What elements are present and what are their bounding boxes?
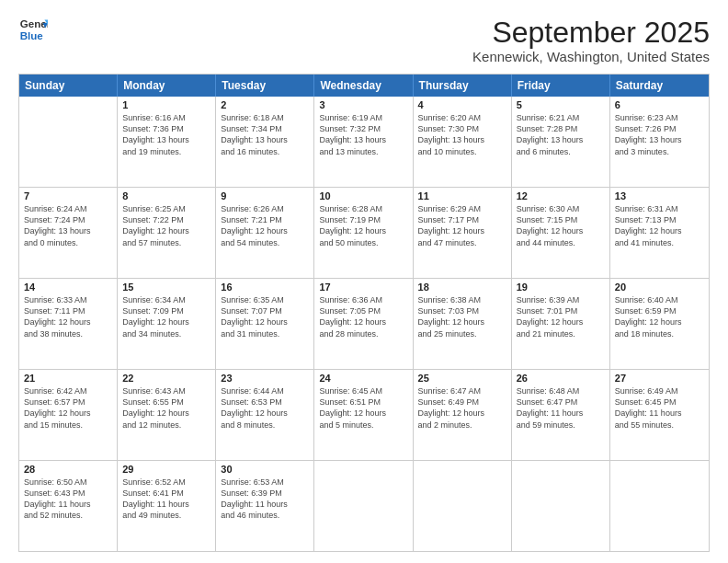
day-number: 20 <box>615 282 704 293</box>
day-number: 15 <box>122 282 210 293</box>
cell-info-text: Sunset: 6:57 PM <box>24 396 112 408</box>
day-number: 22 <box>122 373 210 384</box>
cell-info-text: Daylight: 12 hours <box>122 316 210 327</box>
day-number: 19 <box>517 282 605 293</box>
day-number: 2 <box>221 99 309 110</box>
cell-info-text: and 19 minutes. <box>122 146 210 157</box>
day-cell-14: 14Sunrise: 6:33 AMSunset: 7:11 PMDayligh… <box>19 279 118 369</box>
cell-info-text: Sunset: 6:53 PM <box>221 396 309 408</box>
cell-info-text: and 55 minutes. <box>615 419 704 431</box>
cell-info-text: Daylight: 12 hours <box>221 316 309 327</box>
cell-info-text: Daylight: 13 hours <box>418 134 506 145</box>
cell-info-text: Sunset: 7:17 PM <box>418 214 506 225</box>
cell-info-text: Sunrise: 6:29 AM <box>418 203 506 214</box>
day-number: 25 <box>418 373 506 384</box>
cell-info-text: Sunset: 7:30 PM <box>418 123 506 134</box>
day-cell-30: 30Sunrise: 6:53 AMSunset: 6:39 PMDayligh… <box>216 461 314 551</box>
cell-info-text: and 10 minutes. <box>418 146 506 157</box>
day-number: 30 <box>221 464 309 475</box>
cell-info-text: and 28 minutes. <box>319 328 407 339</box>
day-number: 12 <box>517 190 605 201</box>
cell-info-text: Sunrise: 6:53 AM <box>221 477 309 488</box>
weekday-header-thursday: Thursday <box>414 75 512 97</box>
day-number: 13 <box>615 190 704 201</box>
cell-info-text: Sunset: 6:43 PM <box>24 488 112 499</box>
weekday-header-tuesday: Tuesday <box>216 75 314 97</box>
day-number: 24 <box>319 373 407 384</box>
cell-info-text: Daylight: 12 hours <box>221 408 309 419</box>
day-number: 4 <box>418 99 506 110</box>
day-cell-13: 13Sunrise: 6:31 AMSunset: 7:13 PMDayligh… <box>610 188 709 278</box>
day-cell-15: 15Sunrise: 6:34 AMSunset: 7:09 PMDayligh… <box>118 279 216 369</box>
day-number: 17 <box>319 282 407 293</box>
cell-info-text: Sunrise: 6:42 AM <box>24 385 112 396</box>
cell-info-text: Sunrise: 6:16 AM <box>122 112 210 123</box>
cell-info-text: Sunrise: 6:20 AM <box>418 112 506 123</box>
svg-text:Blue: Blue <box>20 30 44 41</box>
weekday-header-wednesday: Wednesday <box>314 75 413 97</box>
day-cell-24: 24Sunrise: 6:45 AMSunset: 6:51 PMDayligh… <box>314 370 413 460</box>
cell-info-text: and 25 minutes. <box>418 328 506 339</box>
day-cell-3: 3Sunrise: 6:19 AMSunset: 7:32 PMDaylight… <box>314 97 413 187</box>
cell-info-text: Sunset: 6:47 PM <box>517 396 605 408</box>
day-number: 26 <box>517 373 605 384</box>
calendar-body: 1Sunrise: 6:16 AMSunset: 7:36 PMDaylight… <box>19 97 709 551</box>
cell-info-text: Daylight: 13 hours <box>24 225 112 236</box>
cell-info-text: Sunrise: 6:49 AM <box>615 385 704 396</box>
cell-info-text: Daylight: 12 hours <box>122 408 210 419</box>
day-number: 9 <box>221 190 309 201</box>
day-number: 11 <box>418 190 506 201</box>
weekday-header-monday: Monday <box>118 75 216 97</box>
cell-info-text: and 21 minutes. <box>517 328 605 339</box>
cell-info-text: Daylight: 12 hours <box>319 408 407 419</box>
day-cell-22: 22Sunrise: 6:43 AMSunset: 6:55 PMDayligh… <box>118 370 216 460</box>
cell-info-text: Daylight: 12 hours <box>615 225 704 236</box>
calendar-row-4: 21Sunrise: 6:42 AMSunset: 6:57 PMDayligh… <box>19 369 709 460</box>
day-cell-8: 8Sunrise: 6:25 AMSunset: 7:22 PMDaylight… <box>118 188 216 278</box>
cell-info-text: Sunrise: 6:50 AM <box>24 477 112 488</box>
cell-info-text: Daylight: 11 hours <box>122 499 210 510</box>
weekday-header-friday: Friday <box>512 75 610 97</box>
cell-info-text: Daylight: 13 hours <box>319 134 407 145</box>
day-cell-5: 5Sunrise: 6:21 AMSunset: 7:28 PMDaylight… <box>512 97 610 187</box>
cell-info-text: Sunset: 7:05 PM <box>319 305 407 316</box>
day-number: 23 <box>221 373 309 384</box>
calendar-row-5: 28Sunrise: 6:50 AMSunset: 6:43 PMDayligh… <box>19 460 709 551</box>
cell-info-text: Sunset: 7:09 PM <box>122 305 210 316</box>
cell-info-text: Daylight: 12 hours <box>221 225 309 236</box>
day-cell-1: 1Sunrise: 6:16 AMSunset: 7:36 PMDaylight… <box>118 97 216 187</box>
cell-info-text: Sunrise: 6:19 AM <box>319 112 407 123</box>
cell-info-text: Sunrise: 6:31 AM <box>615 203 704 214</box>
weekday-header-saturday: Saturday <box>610 75 709 97</box>
cell-info-text: Sunset: 7:11 PM <box>24 305 112 316</box>
day-cell-25: 25Sunrise: 6:47 AMSunset: 6:49 PMDayligh… <box>414 370 512 460</box>
day-number: 21 <box>24 373 112 384</box>
empty-cell-4-3 <box>314 461 413 551</box>
day-cell-10: 10Sunrise: 6:28 AMSunset: 7:19 PMDayligh… <box>314 188 413 278</box>
cell-info-text: Sunrise: 6:44 AM <box>221 385 309 396</box>
day-cell-26: 26Sunrise: 6:48 AMSunset: 6:47 PMDayligh… <box>512 370 610 460</box>
cell-info-text: Daylight: 12 hours <box>24 408 112 419</box>
cell-info-text: Daylight: 12 hours <box>615 316 704 327</box>
day-cell-20: 20Sunrise: 6:40 AMSunset: 6:59 PMDayligh… <box>610 279 709 369</box>
calendar-row-2: 7Sunrise: 6:24 AMSunset: 7:24 PMDaylight… <box>19 187 709 278</box>
cell-info-text: and 46 minutes. <box>221 510 309 521</box>
cell-info-text: Daylight: 12 hours <box>319 316 407 327</box>
empty-cell-4-4 <box>414 461 512 551</box>
location-title: Kennewick, Washington, United States <box>472 49 710 64</box>
cell-info-text: Sunset: 7:36 PM <box>122 123 210 134</box>
day-number: 10 <box>319 190 407 201</box>
cell-info-text: Daylight: 13 hours <box>122 134 210 145</box>
cell-info-text: and 44 minutes. <box>517 237 605 248</box>
day-cell-19: 19Sunrise: 6:39 AMSunset: 7:01 PMDayligh… <box>512 279 610 369</box>
day-number: 29 <box>122 464 210 475</box>
cell-info-text: and 13 minutes. <box>319 146 407 157</box>
cell-info-text: Daylight: 11 hours <box>615 408 704 419</box>
cell-info-text: and 16 minutes. <box>221 146 309 157</box>
title-block: September 2025 Kennewick, Washington, Un… <box>472 17 710 64</box>
day-cell-18: 18Sunrise: 6:38 AMSunset: 7:03 PMDayligh… <box>414 279 512 369</box>
cell-info-text: Sunrise: 6:48 AM <box>517 385 605 396</box>
cell-info-text: and 18 minutes. <box>615 328 704 339</box>
day-cell-17: 17Sunrise: 6:36 AMSunset: 7:05 PMDayligh… <box>314 279 413 369</box>
cell-info-text: Sunrise: 6:40 AM <box>615 294 704 305</box>
